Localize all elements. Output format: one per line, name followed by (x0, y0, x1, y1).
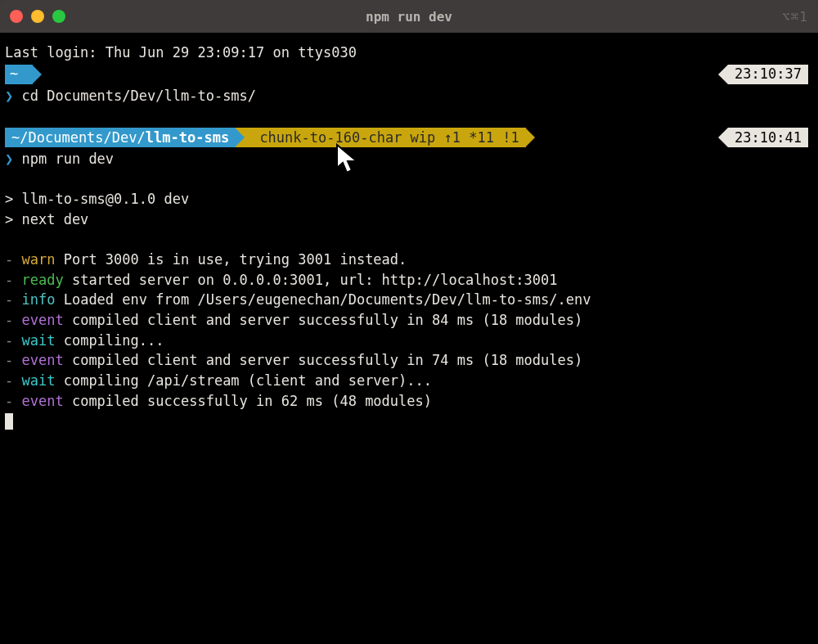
prompt-path-segment: ~/Documents/Dev/llm-to-sms (5, 128, 236, 147)
log-dash: - (5, 312, 21, 328)
prompt-angle-icon: ❯ (5, 151, 13, 167)
log-dash: - (5, 251, 21, 268)
terminal-viewport[interactable]: Last login: Thu Jun 29 23:09:17 on ttys0… (0, 33, 818, 644)
timestamp-pill: 23:10:37 (728, 65, 808, 84)
log-level: event (21, 393, 63, 409)
close-window-button[interactable] (10, 10, 23, 23)
path-current: llm-to-sms (146, 128, 229, 148)
command-text: cd Documents/Dev/llm-to-sms/ (22, 88, 257, 104)
command-text: npm run dev (22, 151, 115, 167)
terminal-cursor-line (5, 411, 813, 431)
log-dash: - (5, 352, 21, 368)
log-text: started server on 0.0.0.0:3001, url: htt… (64, 272, 558, 288)
traffic-lights (10, 10, 65, 23)
log-text: Port 3000 is in use, trying 3001 instead… (55, 251, 407, 268)
segment-arrow-icon (235, 128, 245, 147)
prompt-row-2: ~/Documents/Dev/llm-to-sms chunk-to-160-… (5, 128, 813, 147)
window-title: npm run dev (366, 9, 452, 25)
prompt-git-segment: chunk-to-160-char wip ↑1 *11 !1 (245, 128, 526, 147)
timestamp-text: 23:10:37 (735, 64, 802, 84)
npm-script-header: > llm-to-sms@0.1.0 dev (5, 189, 813, 209)
log-line: - event compiled client and server succe… (5, 310, 813, 331)
window-shortcut-indicator: ⌥⌘1 (782, 9, 808, 25)
timestamp-pill: 23:10:41 (728, 128, 808, 147)
log-dash: - (5, 332, 21, 349)
log-level: wait (21, 372, 55, 389)
log-dash: - (5, 291, 21, 308)
blank-line (5, 106, 813, 126)
git-branch-text: chunk-to-160-char wip ↑1 *11 !1 (259, 128, 519, 148)
command-line-1: ❯ cd Documents/Dev/llm-to-sms/ (5, 86, 813, 106)
log-line: - event compiled client and server succe… (5, 350, 813, 371)
log-line: - warn Port 3000 is in use, trying 3001 … (5, 250, 813, 270)
window-titlebar: npm run dev ⌥⌘1 (0, 0, 818, 33)
prompt-row-1: ~ 23:10:37 (5, 65, 813, 84)
log-level: info (21, 291, 55, 308)
prompt-angle-icon: ❯ (5, 88, 13, 104)
log-text: compiling /api/stream (client and server… (55, 372, 432, 389)
cursor-icon (5, 413, 13, 430)
log-level: event (21, 352, 63, 368)
log-line: - info Loaded env from /Users/eugenechan… (5, 290, 813, 310)
log-dash: - (5, 372, 21, 389)
log-text: Loaded env from /Users/eugenechan/Docume… (55, 291, 591, 308)
log-text: compiling... (55, 332, 164, 349)
log-dash: - (5, 393, 21, 409)
log-line: - wait compiling /api/stream (client and… (5, 371, 813, 391)
log-line: - event compiled successfully in 62 ms (… (5, 391, 813, 412)
timestamp-text: 23:10:41 (735, 128, 802, 148)
last-login-line: Last login: Thu Jun 29 23:09:17 on ttys0… (5, 43, 813, 63)
blank-line (5, 169, 813, 190)
segment-arrow-icon (525, 128, 535, 147)
npm-script-header: > next dev (5, 209, 813, 230)
log-level: warn (21, 251, 55, 268)
home-glyph: ~ (10, 64, 18, 84)
log-level: event (21, 312, 63, 328)
prompt-home-segment: ~ (5, 65, 33, 84)
log-level: ready (21, 272, 63, 288)
log-output: - warn Port 3000 is in use, trying 3001 … (5, 250, 813, 411)
path-prefix: ~/Documents/Dev/ (11, 128, 146, 148)
minimize-window-button[interactable] (31, 10, 44, 23)
log-text: compiled successfully in 62 ms (48 modul… (64, 393, 432, 409)
segment-arrow-icon (32, 65, 42, 84)
log-text: compiled client and server successfully … (64, 312, 583, 328)
zoom-window-button[interactable] (52, 10, 65, 23)
log-level: wait (21, 332, 55, 349)
log-dash: - (5, 272, 21, 288)
log-line: - wait compiling... (5, 331, 813, 351)
log-line: - ready started server on 0.0.0.0:3001, … (5, 270, 813, 290)
blank-line (5, 229, 813, 250)
log-text: compiled client and server successfully … (64, 352, 583, 368)
command-line-2: ❯ npm run dev (5, 149, 813, 169)
